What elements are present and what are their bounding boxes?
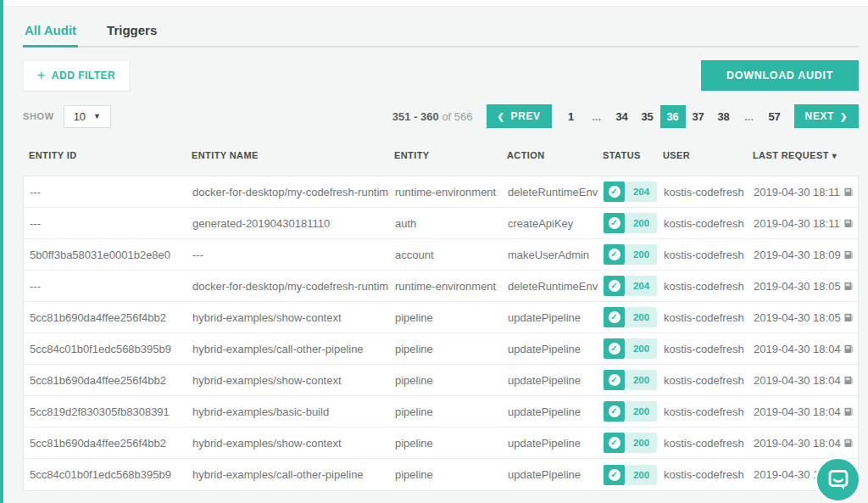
page-number-button[interactable]: 36 — [660, 105, 686, 128]
entity-cell: runtime-environment — [389, 186, 502, 198]
action-cell: updatePipeline — [502, 343, 598, 355]
action-cell: createApiKey — [502, 217, 598, 230]
check-circle-icon: ✓ — [604, 307, 625, 327]
column-header-entity[interactable]: ENTITY — [388, 150, 501, 160]
status-code: 200 — [626, 433, 657, 453]
audit-document-icon[interactable] — [841, 249, 858, 260]
page-size-value: 10 — [74, 110, 86, 123]
column-header-user[interactable]: USER — [657, 150, 747, 160]
audit-page: All Audit Triggers + ADD FILTER DOWNLOAD… — [0, 20, 868, 491]
page-number-button[interactable]: 34 — [609, 105, 635, 128]
column-header-last-request[interactable]: LAST REQUEST▾ — [747, 150, 840, 160]
results-range: 351 - 360 — [392, 110, 439, 123]
audit-document-icon[interactable] — [841, 406, 858, 417]
entity-cell: pipeline — [389, 311, 502, 324]
page-number-button[interactable]: 35 — [635, 105, 660, 128]
entity-name-cell: docker-for-desktop/my-codefresh-runtime — [186, 186, 389, 198]
audit-document-icon[interactable] — [841, 375, 858, 386]
last-request-cell: 2019-04-30 18:04 — [748, 374, 841, 387]
entity-name-cell: hybrid-examples/call-other-pipeline — [186, 343, 389, 355]
status-badge: ✓ 200 — [604, 401, 657, 422]
status-code: 200 — [626, 213, 657, 233]
audit-document-icon[interactable] — [841, 187, 858, 198]
status-code: 200 — [626, 370, 657, 390]
audit-document-icon[interactable] — [841, 281, 858, 292]
user-cell: kostis-codefresh — [658, 249, 748, 261]
status-code: 200 — [626, 465, 657, 485]
prev-page-button[interactable]: ❮ PREV — [487, 104, 552, 128]
page-number-button[interactable]: 38 — [711, 105, 737, 128]
last-request-cell: 2019-04-30 18:05 — [748, 311, 841, 324]
user-cell: kostis-codefresh — [658, 468, 748, 481]
chevron-right-icon: ❯ — [840, 112, 848, 121]
status-code: 204 — [626, 182, 657, 202]
page-number-button[interactable]: 57 — [762, 105, 787, 128]
table-row[interactable]: --- docker-for-desktop/my-codefresh-runt… — [24, 271, 858, 302]
page-number-button[interactable]: 37 — [686, 105, 711, 128]
left-accent-stripe — [0, 0, 3, 503]
action-cell: updatePipeline — [502, 374, 598, 387]
table-row[interactable]: 5cc819d2f830305fb8308391 hybrid-examples… — [24, 396, 858, 428]
check-circle-icon: ✓ — [604, 433, 625, 453]
last-request-cell: 2019-04-30 18:04 — [748, 437, 841, 450]
entity-id-cell: 5b0ff3ba58031e0001b2e8e0 — [24, 249, 186, 261]
download-audit-button[interactable]: DOWNLOAD AUDIT — [701, 60, 859, 91]
page-number-button[interactable]: 1 — [559, 105, 584, 128]
table-row[interactable]: --- generated-20190430181110 auth create… — [24, 208, 858, 239]
table-row[interactable]: 5cc84c01b0f1edc568b395b9 hybrid-examples… — [24, 333, 858, 365]
table-row[interactable]: --- docker-for-desktop/my-codefresh-runt… — [24, 176, 858, 208]
table-row[interactable]: 5cc81b690da4ffee256f4bb2 hybrid-examples… — [24, 302, 858, 333]
table-row[interactable]: 5cc81b690da4ffee256f4bb2 hybrid-examples… — [24, 365, 858, 396]
entity-id-cell: --- — [24, 280, 186, 293]
entity-name-cell: generated-20190430181110 — [186, 217, 389, 230]
entity-cell: pipeline — [389, 343, 502, 355]
action-cell: makeUserAdmin — [502, 249, 598, 261]
audit-document-icon[interactable] — [841, 218, 858, 229]
entity-id-cell: 5cc84c01b0f1edc568b395b9 — [24, 343, 186, 355]
add-filter-button[interactable]: + ADD FILTER — [23, 60, 130, 91]
user-cell: kostis-codefresh — [658, 405, 748, 418]
action-cell: updatePipeline — [502, 437, 598, 450]
status-cell: ✓ 204 — [598, 276, 658, 296]
entity-cell: runtime-environment — [389, 280, 502, 293]
top-strip — [0, 0, 868, 7]
status-cell: ✓ 200 — [598, 401, 658, 422]
audit-document-icon[interactable] — [841, 438, 858, 449]
action-cell: deleteRuntimeEnv — [502, 186, 598, 198]
table-row[interactable]: 5b0ff3ba58031e0001b2e8e0 --- account mak… — [24, 239, 858, 271]
table-row[interactable]: 5cc81b690da4ffee256f4bb2 hybrid-examples… — [24, 428, 858, 459]
audit-table-body: --- docker-for-desktop/my-codefresh-runt… — [23, 176, 859, 491]
status-code: 200 — [626, 307, 657, 327]
column-header-entity-id[interactable]: ENTITY ID — [23, 150, 186, 160]
entity-cell: auth — [389, 217, 502, 230]
entity-id-cell: 5cc819d2f830305fb8308391 — [24, 405, 186, 418]
check-circle-icon: ✓ — [604, 244, 625, 265]
chat-launcher-button[interactable] — [815, 456, 861, 503]
column-header-status[interactable]: STATUS — [597, 150, 657, 160]
entity-cell: account — [389, 249, 502, 261]
status-cell: ✓ 200 — [598, 338, 658, 359]
entity-name-cell: hybrid-examples/call-other-pipeline — [186, 468, 389, 481]
next-page-button[interactable]: NEXT ❯ — [794, 104, 859, 128]
audit-document-icon[interactable] — [841, 344, 858, 355]
tab-bar: All Audit Triggers — [23, 20, 859, 48]
tab-all-audit[interactable]: All Audit — [23, 20, 78, 48]
check-circle-icon: ✓ — [604, 338, 625, 359]
chat-bubble-icon — [826, 468, 850, 492]
last-request-cell: 2019-04-30 18:04 — [748, 343, 841, 355]
tab-triggers[interactable]: Triggers — [105, 20, 159, 46]
table-row[interactable]: 5cc84c01b0f1edc568b395b9 hybrid-examples… — [24, 459, 858, 490]
chevron-left-icon: ❮ — [498, 112, 505, 121]
status-code: 200 — [626, 244, 657, 265]
status-badge: ✓ 200 — [604, 465, 657, 485]
entity-cell: pipeline — [389, 374, 502, 387]
column-header-action[interactable]: ACTION — [501, 150, 597, 160]
audit-document-icon[interactable] — [841, 312, 858, 323]
check-circle-icon: ✓ — [604, 276, 625, 296]
status-cell: ✓ 200 — [598, 433, 658, 453]
status-badge: ✓ 204 — [604, 182, 657, 202]
column-header-entity-name[interactable]: ENTITY NAME — [186, 150, 388, 160]
page-size-dropdown[interactable]: 10 ▼ — [64, 105, 111, 128]
entity-name-cell: docker-for-desktop/my-codefresh-runtime — [186, 280, 389, 293]
check-circle-icon: ✓ — [604, 370, 625, 390]
